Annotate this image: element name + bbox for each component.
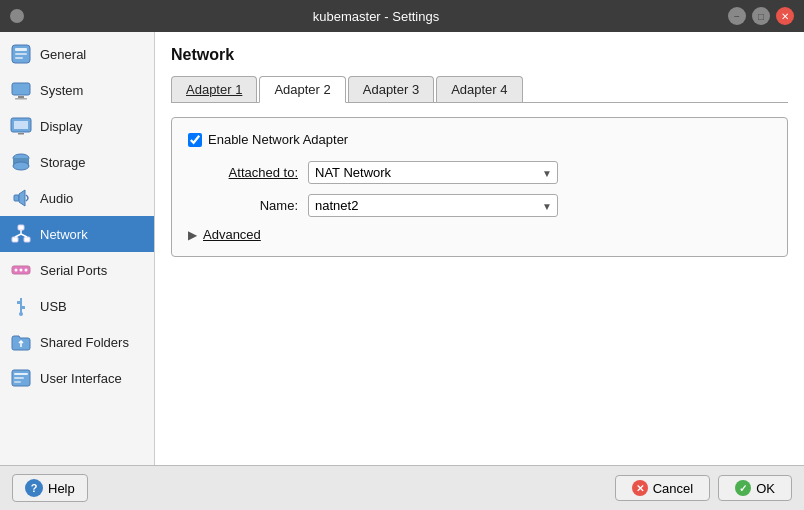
titlebar-controls: − □ ✕ [728,7,794,25]
svg-rect-2 [15,53,27,55]
name-select[interactable]: natnet2 [308,194,558,217]
adapter-tabs: Adapter 1 Adapter 2 Adapter 3 Adapter 4 [171,76,788,103]
svg-rect-5 [18,96,24,98]
cancel-label: Cancel [653,481,693,496]
sidebar-item-network-label: Network [40,227,88,242]
tab-adapter2[interactable]: Adapter 2 [259,76,345,103]
sidebar-item-shared-folders-label: Shared Folders [40,335,129,350]
svg-point-12 [13,162,29,170]
sidebar-item-serial-ports-label: Serial Ports [40,263,107,278]
ui-icon [10,367,32,389]
bottom-bar: ? Help ✕ Cancel ✓ OK [0,465,804,510]
svg-point-22 [15,269,18,272]
action-buttons: ✕ Cancel ✓ OK [615,475,792,501]
ok-button[interactable]: ✓ OK [718,475,792,501]
svg-rect-8 [14,121,28,129]
sidebar-item-display-label: Display [40,119,83,134]
cancel-button[interactable]: ✕ Cancel [615,475,710,501]
sidebar-item-user-interface[interactable]: User Interface [0,360,154,396]
sidebar-item-general[interactable]: General [0,36,154,72]
general-icon [10,43,32,65]
sidebar-item-usb-label: USB [40,299,67,314]
network-icon [10,223,32,245]
usb-icon [10,295,32,317]
svg-rect-15 [18,225,24,230]
svg-rect-16 [12,237,18,242]
attached-to-select[interactable]: NAT Network NAT Bridged Adapter Internal… [308,161,558,184]
help-label: Help [48,481,75,496]
sidebar-item-storage[interactable]: Storage [0,144,154,180]
display-icon [10,115,32,137]
attached-to-select-wrapper: NAT Network NAT Bridged Adapter Internal… [308,161,558,184]
content-area: Network Adapter 1 Adapter 2 Adapter 3 Ad… [155,32,804,465]
advanced-expand-icon: ▶ [188,228,197,242]
svg-rect-33 [14,381,21,383]
name-row: Name: natnet2 ▼ [188,194,771,217]
sidebar: General System Display [0,32,155,465]
svg-line-20 [21,234,27,237]
svg-rect-6 [15,98,27,100]
enable-adapter-row: Enable Network Adapter [188,132,771,147]
maximize-button[interactable]: □ [752,7,770,25]
sidebar-item-serial-ports[interactable]: Serial Ports [0,252,154,288]
attached-to-row: Attached to: NAT Network NAT Bridged Ada… [188,161,771,184]
titlebar-title: kubemaster - Settings [24,9,728,24]
enable-adapter-checkbox[interactable] [188,133,202,147]
svg-rect-1 [15,48,27,51]
sidebar-item-general-label: General [40,47,86,62]
storage-icon [10,151,32,173]
svg-rect-17 [24,237,30,242]
svg-rect-9 [18,133,24,135]
advanced-row[interactable]: ▶ Advanced [188,227,771,242]
svg-rect-3 [15,57,23,59]
tab-adapter3[interactable]: Adapter 3 [348,76,434,102]
sidebar-item-audio[interactable]: Audio [0,180,154,216]
main-layout: General System Display [0,32,804,465]
ok-label: OK [756,481,775,496]
folder-icon [10,331,32,353]
svg-rect-13 [14,195,19,201]
name-label: Name: [188,198,308,213]
sidebar-item-storage-label: Storage [40,155,86,170]
sidebar-item-system[interactable]: System [0,72,154,108]
svg-rect-26 [17,301,21,304]
svg-marker-14 [19,190,25,206]
help-button[interactable]: ? Help [12,474,88,502]
serial-icon [10,259,32,281]
svg-rect-4 [12,83,30,95]
titlebar: kubemaster - Settings − □ ✕ [0,0,804,32]
sidebar-item-usb[interactable]: USB [0,288,154,324]
svg-line-19 [15,234,21,237]
tab-adapter4[interactable]: Adapter 4 [436,76,522,102]
help-icon: ? [25,479,43,497]
svg-point-28 [19,312,23,316]
cancel-icon: ✕ [632,480,648,496]
system-icon [10,79,32,101]
name-select-wrapper: natnet2 ▼ [308,194,558,217]
page-title: Network [171,46,788,64]
close-button[interactable]: ✕ [776,7,794,25]
minimize-button[interactable]: − [728,7,746,25]
svg-rect-31 [14,373,28,375]
sidebar-item-audio-label: Audio [40,191,73,206]
window-dot [10,9,24,23]
sidebar-item-system-label: System [40,83,83,98]
advanced-label: Advanced [203,227,261,242]
audio-icon [10,187,32,209]
enable-adapter-label: Enable Network Adapter [208,132,348,147]
sidebar-item-display[interactable]: Display [0,108,154,144]
sidebar-item-network[interactable]: Network [0,216,154,252]
ok-icon: ✓ [735,480,751,496]
tab-adapter1[interactable]: Adapter 1 [171,76,257,102]
svg-point-23 [20,269,23,272]
attached-to-label: Attached to: [188,165,308,180]
network-form: Enable Network Adapter Attached to: NAT … [171,117,788,257]
sidebar-item-user-interface-label: User Interface [40,371,122,386]
sidebar-item-shared-folders[interactable]: Shared Folders [0,324,154,360]
svg-rect-32 [14,377,24,379]
svg-point-24 [25,269,28,272]
svg-rect-27 [21,306,25,309]
